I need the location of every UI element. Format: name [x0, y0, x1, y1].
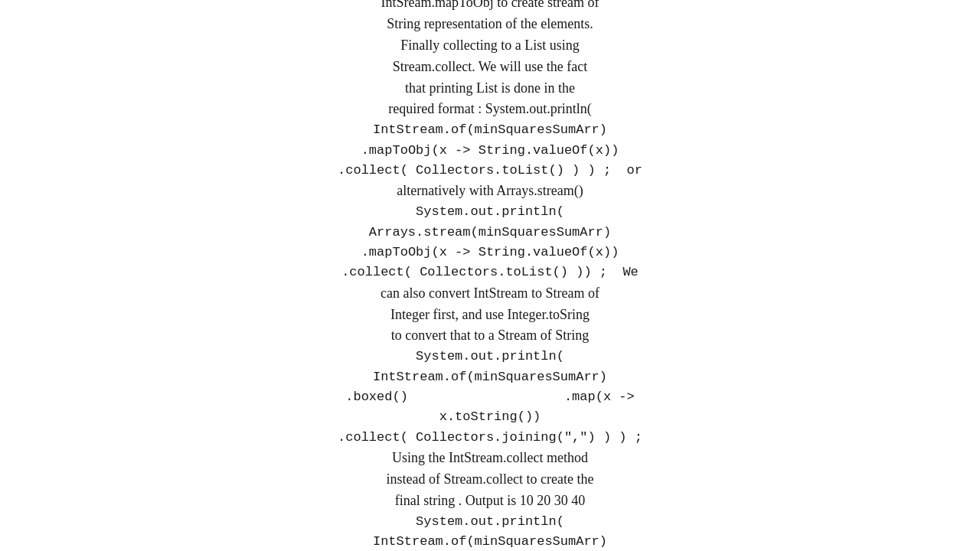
line-8: .mapToObj(x -> String.valueOf(x)): [153, 141, 827, 161]
line-22: .collect( Collectors.joining(",") ) ) ;: [153, 428, 827, 448]
line-4: Stream.collect. We will use the fact: [153, 57, 827, 78]
line-20: .boxed() .map(x ->: [153, 387, 827, 407]
line-21: x.toString()): [153, 407, 827, 427]
text-block: IntSream.mapToObj to create stream of St…: [153, 0, 827, 551]
line-7: IntStream.of(minSquaresSumArr): [153, 120, 827, 140]
line-26: System.out.println(: [153, 512, 827, 532]
line-14: .collect( Collectors.toList() )) ; We: [153, 262, 827, 282]
line-13: .mapToObj(x -> String.valueOf(x)): [153, 243, 827, 262]
line-16: Integer first, and use Integer.toSring: [153, 305, 827, 326]
line-3: Finally collecting to a List using: [153, 35, 827, 57]
main-content: IntSream.mapToObj to create stream of St…: [0, 0, 980, 551]
line-6: required format : System.out.println(: [153, 99, 827, 120]
line-25: final string . Output is 10 20 30 40: [153, 491, 827, 512]
line-27: IntStream.of(minSquaresSumArr): [153, 532, 827, 551]
line-11: System.out.println(: [153, 202, 827, 222]
line-17: to convert that to a Stream of String: [153, 325, 827, 347]
line-19: IntStream.of(minSquaresSumArr): [153, 367, 827, 387]
line-2: String representation of the elements.: [153, 14, 827, 35]
line-23: Using the IntStream.collect method: [153, 448, 827, 469]
line-9: .collect( Collectors.toList() ) ) ; or: [153, 161, 827, 181]
line-10: alternatively with Arrays.stream(): [153, 181, 827, 202]
line-1: IntSream.mapToObj to create stream of: [153, 0, 827, 14]
line-5: that printing List is done in the: [153, 78, 827, 99]
line-15: can also convert IntStream to Stream of: [153, 283, 827, 305]
line-18: System.out.println(: [153, 347, 827, 367]
line-12: Arrays.stream(minSquaresSumArr): [153, 223, 827, 243]
line-24: instead of Stream.collect to create the: [153, 469, 827, 491]
